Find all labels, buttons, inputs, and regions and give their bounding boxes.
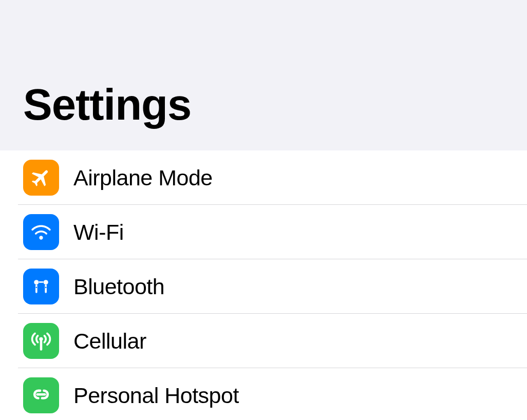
settings-row-airplane-mode[interactable]: Airplane Mode <box>0 150 527 205</box>
svg-point-1 <box>44 280 48 284</box>
svg-rect-3 <box>45 284 47 293</box>
hotspot-icon <box>23 377 59 413</box>
settings-row-label: Cellular <box>73 329 146 354</box>
wifi-icon <box>23 214 59 250</box>
airplane-icon <box>23 160 59 196</box>
svg-point-0 <box>34 280 39 284</box>
settings-row-wifi[interactable]: Wi-Fi <box>0 205 527 259</box>
settings-row-label: Wi-Fi <box>73 220 124 245</box>
settings-row-bluetooth[interactable]: Bluetooth <box>0 259 527 314</box>
settings-row-personal-hotspot[interactable]: Personal Hotspot <box>0 368 527 420</box>
settings-row-cellular[interactable]: Cellular <box>0 314 527 368</box>
settings-row-label: Bluetooth <box>73 274 164 299</box>
settings-row-label: Personal Hotspot <box>73 383 239 408</box>
cellular-icon <box>23 323 59 359</box>
svg-point-5 <box>35 287 37 288</box>
page-title: Settings <box>23 80 504 130</box>
settings-list: Airplane Mode Wi-Fi Bluetooth <box>0 150 527 420</box>
settings-row-label: Airplane Mode <box>73 165 213 190</box>
svg-point-6 <box>45 287 47 288</box>
bluetooth-icon <box>23 269 59 304</box>
svg-rect-4 <box>39 281 43 283</box>
page-header: Settings <box>0 0 527 150</box>
svg-rect-2 <box>35 284 37 293</box>
